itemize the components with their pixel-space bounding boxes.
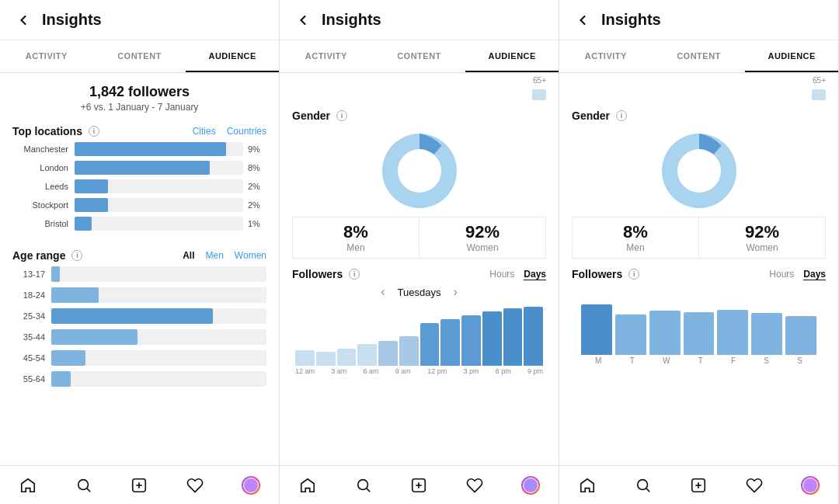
top-locations-header: Top locations i Cities Countries (0, 117, 279, 142)
bar-3am (357, 344, 377, 366)
home-button-2[interactable] (280, 466, 336, 504)
bottom-nav-1 (0, 465, 279, 504)
bar-saturday (751, 313, 782, 355)
svg-line-15 (646, 488, 649, 492)
next-day-2[interactable]: › (453, 285, 457, 299)
gender-men-3: 8% Men (572, 217, 698, 259)
hours-control-3[interactable]: Hours (769, 269, 794, 280)
panel-3-header: Insights (559, 0, 838, 40)
gender-pie-3 (572, 125, 826, 217)
followers-activity-title-2: Followers i (292, 268, 360, 280)
home-button-3[interactable] (559, 466, 615, 504)
add-button-2[interactable] (392, 466, 447, 504)
tab-content-1[interactable]: Content (93, 40, 186, 72)
panel-1-title: Insights (42, 11, 102, 29)
panel-3-tabs: Activity Content Audience (559, 40, 838, 73)
followers-activity-section-3: Followers i Hours Days (559, 262, 838, 368)
svg-point-13 (677, 149, 721, 193)
search-button-3[interactable] (615, 466, 671, 504)
age-all-control[interactable]: All (183, 250, 194, 261)
bar-8am (461, 315, 481, 366)
panel-2: Insights Activity Content Audience 65+ G… (280, 0, 559, 504)
age-row-35-44: 35-44 (12, 329, 266, 345)
bar-tuesday (615, 315, 646, 355)
prev-day-2[interactable]: ‹ (381, 285, 385, 299)
tab-content-2[interactable]: Content (373, 40, 466, 72)
location-controls: Cities Countries (193, 126, 266, 137)
location-row-bristol: Bristol 1% (12, 217, 266, 231)
weekly-bars-3 (578, 293, 820, 355)
profile-button-1[interactable] (223, 466, 279, 504)
followers-count: 1,842 followers (12, 84, 266, 100)
search-button-2[interactable] (336, 466, 392, 504)
age-label-65plus-2: 65+ (533, 76, 546, 85)
tab-activity-2[interactable]: Activity (280, 40, 373, 72)
back-button-2[interactable] (292, 9, 314, 31)
bar-12am (295, 350, 315, 366)
profile-button-3[interactable] (782, 466, 838, 504)
weekly-bars-container: M T W T F S S (572, 285, 826, 365)
age-row-45-54: 45-54 (12, 350, 266, 366)
back-button-3[interactable] (572, 9, 594, 31)
tab-activity-1[interactable]: Activity (0, 40, 93, 72)
gender-stats-2: 8% Men 92% Women (292, 217, 546, 259)
tab-audience-3[interactable]: Audience (745, 40, 838, 72)
add-button-3[interactable] (671, 466, 727, 504)
tab-content-3[interactable]: Content (653, 40, 746, 72)
age-men-control[interactable]: Men (206, 250, 224, 261)
panel-3: Insights Activity Content Audience 65+ G… (559, 0, 839, 504)
tab-audience-2[interactable]: Audience (465, 40, 559, 72)
gender-info-icon-3[interactable]: i (616, 110, 627, 121)
location-row-stockport: Stockport 2% (12, 198, 266, 212)
countries-control[interactable]: Countries (227, 126, 266, 137)
age-range-info-icon[interactable]: i (71, 250, 82, 261)
heart-button-3[interactable] (726, 466, 782, 504)
search-button-1[interactable] (56, 466, 112, 504)
gender-women-3: 92% Women (698, 217, 826, 259)
bar-10am (503, 308, 523, 366)
location-row-london: London 8% (12, 161, 266, 175)
weekly-labels-3: M T W T F S S (578, 355, 820, 365)
bottom-nav-2 (280, 465, 559, 504)
add-button-1[interactable] (112, 466, 168, 504)
followers-summary: 1,842 followers +6 vs. 1 January - 7 Jan… (0, 73, 279, 117)
hours-control-2[interactable]: Hours (489, 269, 514, 280)
age-bar-chart: 13-17 18-24 25-34 35-44 45-54 55-64 (0, 266, 279, 398)
panel-1-tabs: Activity Content Audience (0, 40, 279, 73)
gender-section-3: Gender i 8% Men 92% Women (559, 103, 838, 262)
followers-info-icon-3[interactable]: i (628, 269, 639, 280)
bar-monday (581, 304, 612, 355)
top-locations-info-icon[interactable]: i (89, 126, 99, 137)
bar-7am (440, 319, 460, 366)
bar-6am (420, 323, 440, 366)
top-locations-title: Top locations i (12, 125, 99, 137)
panel-2-tabs: Activity Content Audience (280, 40, 559, 73)
gender-info-icon-2[interactable]: i (336, 110, 347, 121)
tab-activity-3[interactable]: Activity (559, 40, 653, 72)
home-button-1[interactable] (0, 466, 56, 504)
svg-point-7 (357, 479, 367, 489)
followers-info-icon-2[interactable]: i (349, 269, 360, 280)
bar-2am (337, 349, 357, 366)
heart-button-1[interactable] (167, 466, 223, 504)
age-women-control[interactable]: Women (235, 250, 266, 261)
heart-button-2[interactable] (447, 466, 503, 504)
tab-audience-1[interactable]: Audience (186, 40, 279, 72)
time-controls-2: Hours Days (489, 269, 546, 280)
panel-2-title: Insights (322, 11, 381, 29)
age-range-title: Age range i (12, 249, 82, 262)
profile-button-2[interactable] (503, 466, 559, 504)
back-button[interactable] (12, 9, 34, 31)
panel-1-header: Insights (0, 0, 279, 40)
bar-1am (316, 352, 336, 366)
cities-control[interactable]: Cities (193, 126, 216, 137)
panel-3-title: Insights (601, 11, 661, 29)
days-control-2[interactable]: Days (524, 269, 546, 280)
svg-line-1 (87, 488, 90, 492)
age-row-55-64: 55-64 (12, 371, 266, 387)
age-range-header: Age range i All Men Women (0, 242, 279, 266)
bar-friday (717, 310, 748, 355)
gender-title-2: Gender i (292, 109, 546, 122)
days-control-3[interactable]: Days (803, 269, 826, 280)
time-nav-2: ‹ Tuesdays › (292, 285, 546, 299)
